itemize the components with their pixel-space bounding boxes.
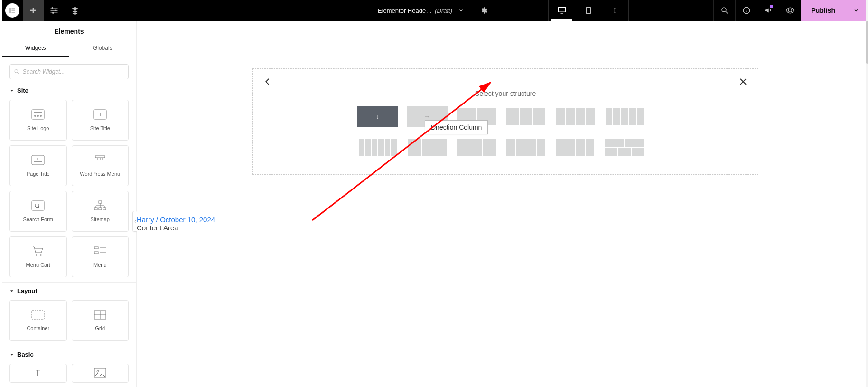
svg-rect-22 [32,110,44,119]
category-layout-toggle[interactable]: Layout [2,283,136,297]
svg-point-48 [36,254,37,256]
device-desktop[interactable] [549,0,575,21]
search-widget-input[interactable] [23,68,124,75]
basic-widget-grid: T [2,361,136,383]
svg-point-24 [34,115,36,117]
tab-globals[interactable]: Globals [69,40,137,57]
chevron-down-icon [458,8,464,13]
svg-rect-40 [94,208,97,210]
sitemap-icon [93,200,107,212]
chevron-left-icon [263,77,272,86]
widget-basic-1-partial[interactable]: T [9,364,67,383]
help-button[interactable]: ? [735,0,757,21]
widget-label: WordPress Menu [80,171,120,177]
elementor-logo[interactable] [2,0,23,21]
widget-sitemap[interactable]: Sitemap [72,191,129,232]
svg-rect-8 [51,13,58,14]
add-element-button[interactable] [23,0,44,21]
arrow-down-icon: ↓ [376,113,380,120]
desktop-icon [557,6,567,15]
preset-6-cols[interactable] [357,137,398,158]
widget-grid[interactable]: Grid [72,300,129,341]
category-site-toggle[interactable]: Site [2,82,136,97]
responsive-devices [548,0,629,21]
page-scrollbar[interactable] [866,0,868,387]
grid-icon [94,310,106,321]
document-menu-toggle[interactable] [455,8,467,13]
finder-button[interactable] [713,0,735,21]
svg-rect-12 [558,7,565,12]
wp-menu-icon [93,155,107,166]
post-byline[interactable]: Harry / October 10, 2024 [137,216,215,224]
notification-dot [770,5,773,8]
caret-down-icon [9,88,14,93]
svg-rect-32 [95,156,105,158]
svg-point-10 [55,9,57,11]
publish-options[interactable] [846,8,866,13]
preset-3-cols[interactable] [505,106,546,127]
whats-new-button[interactable] [757,0,779,21]
svg-line-21 [18,73,19,74]
preset-2-cols[interactable] [456,106,497,127]
widget-label: Grid [95,325,105,331]
chooser-back-button[interactable] [263,77,272,88]
preset-direction-column[interactable]: ↓ [357,106,398,127]
device-mobile[interactable] [602,0,628,21]
svg-point-9 [51,7,53,9]
widget-menu[interactable]: Menu [72,236,129,277]
publish-group: Publish [801,0,866,21]
widget-menu-cart[interactable]: Menu Cart [9,236,67,277]
widget-wordpress-menu[interactable]: WordPress Menu [72,145,129,186]
document-status: (Draft) [435,7,452,14]
preset-66-33[interactable] [456,137,497,158]
svg-rect-54 [32,311,44,319]
help-icon: ? [742,6,751,15]
svg-rect-42 [103,208,106,210]
preset-33-66[interactable] [407,137,448,158]
svg-rect-41 [99,208,102,210]
widget-container[interactable]: Container [9,300,67,341]
svg-rect-1 [12,8,16,9]
svg-point-26 [40,115,42,117]
widget-label: Container [27,325,49,331]
eye-icon [785,6,795,15]
image-icon [94,368,106,378]
sliders-icon [50,6,58,15]
scrollbar-thumb[interactable] [866,21,868,64]
widget-site-title[interactable]: T Site Title [72,100,129,141]
preset-50-25-25[interactable] [555,137,596,158]
widget-search-form[interactable]: Search Form [9,191,67,232]
editor-canvas: Harry / October 10, 2024 Content Area Se… [137,21,866,387]
svg-point-20 [15,70,18,73]
svg-point-49 [40,254,42,256]
preset-mixed[interactable] [604,137,645,158]
svg-rect-52 [94,252,98,254]
device-tablet[interactable] [575,0,602,21]
svg-point-16 [722,8,726,12]
site-settings-button[interactable] [44,0,65,21]
category-site-label: Site [17,87,28,94]
preview-button[interactable] [779,0,801,21]
chooser-close-button[interactable] [739,77,747,88]
svg-text:T: T [98,112,102,117]
search-icon [14,68,20,75]
publish-button[interactable]: Publish [801,7,846,14]
category-basic-toggle[interactable]: Basic [2,346,136,361]
preset-4-cols[interactable] [555,106,596,127]
widget-basic-2-partial[interactable] [72,364,129,383]
preset-25-50-25[interactable] [505,137,546,158]
search-widget-field[interactable] [9,64,129,79]
page-settings-button[interactable] [477,7,490,14]
svg-rect-50 [94,247,98,249]
site-title-icon: T [93,109,107,121]
preset-5-cols[interactable] [604,106,645,127]
widget-page-title[interactable]: T Page Title [9,145,67,186]
widget-label: Menu Cart [26,262,50,268]
preset-direction-row[interactable]: → [407,106,448,127]
widget-label: Search Form [23,217,53,222]
plus-icon [29,7,37,14]
tab-widgets[interactable]: Widgets [2,40,69,57]
widget-site-logo[interactable]: Site Logo [9,100,67,141]
cart-icon [32,246,44,257]
structure-button[interactable] [65,0,85,21]
